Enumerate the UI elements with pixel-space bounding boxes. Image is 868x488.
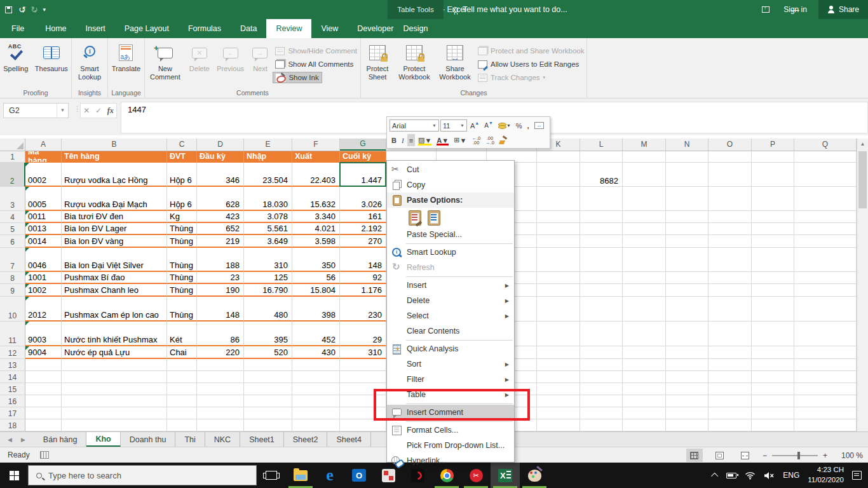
menu-item-table[interactable]: Table▶ <box>387 387 514 402</box>
decrease-decimal-icon[interactable]: .00→.0 <box>484 134 496 146</box>
cell-C17[interactable] <box>167 407 197 419</box>
cell-G13[interactable] <box>340 359 386 371</box>
page-layout-view-button[interactable] <box>712 449 728 462</box>
show-all-comments-button[interactable]: Show All Comments <box>273 58 360 70</box>
cell-M16[interactable] <box>623 395 666 407</box>
cell-Q9[interactable] <box>794 284 857 297</box>
normal-view-button[interactable] <box>686 449 703 462</box>
cell-E16[interactable] <box>244 395 292 407</box>
sheet-tab-b-n-h-ng[interactable]: Bán hàng <box>34 432 87 447</box>
row-header-15[interactable]: 15 <box>0 383 25 395</box>
protect-sheet-button[interactable]: Protect Sheet <box>361 40 394 81</box>
cell-Q11[interactable] <box>794 322 857 346</box>
row-header-9[interactable]: 9 <box>0 284 25 297</box>
share-button[interactable]: Share <box>818 0 868 19</box>
decrease-font-icon[interactable]: A▼ <box>482 119 495 132</box>
cell-B12[interactable]: Nước ép quả Lựu <box>62 346 167 359</box>
cell-D5[interactable]: 652 <box>197 223 244 235</box>
cell-M11[interactable] <box>623 322 666 346</box>
column-header-C[interactable]: C <box>167 139 197 151</box>
cell-O2[interactable] <box>709 163 752 187</box>
cell-C1[interactable]: ĐVT <box>167 151 197 163</box>
cell-P3[interactable] <box>752 187 794 211</box>
cell-K8[interactable] <box>537 272 580 284</box>
protect-workbook-button[interactable]: Protect Workbook <box>394 40 435 81</box>
sheet-tab-nkc[interactable]: NKC <box>205 432 240 447</box>
menu-item-clear-contents[interactable]: Clear Contents <box>387 323 514 339</box>
menu-item-refresh[interactable]: Refresh <box>387 260 514 275</box>
column-header-P[interactable]: P <box>752 139 794 151</box>
tab-review[interactable]: Review <box>266 19 311 38</box>
cell-F16[interactable] <box>292 395 340 407</box>
cell-O14[interactable] <box>709 371 752 383</box>
cell-L1[interactable] <box>580 151 623 163</box>
accounting-format-icon[interactable]: ▼ <box>496 119 513 132</box>
cell-E14[interactable] <box>244 371 292 383</box>
name-box-dropdown-icon[interactable]: ▼ <box>57 104 68 118</box>
cell-K15[interactable] <box>537 383 580 395</box>
smart-lookup-button[interactable]: Smart Lookup <box>72 40 107 81</box>
cell-E3[interactable]: 18.030 <box>244 187 292 211</box>
cell-N9[interactable] <box>666 284 709 297</box>
cell-L15[interactable] <box>580 383 623 395</box>
cell-A6[interactable]: 0014 <box>25 235 62 248</box>
cell-N3[interactable] <box>666 187 709 211</box>
cell-G15[interactable] <box>340 383 386 395</box>
cell-F12[interactable]: 430 <box>292 346 340 359</box>
cell-K7[interactable] <box>537 248 580 272</box>
cell-E15[interactable] <box>244 383 292 395</box>
cell-Q2[interactable] <box>794 163 857 187</box>
cell-M3[interactable] <box>623 187 666 211</box>
sheet-tab-kho[interactable]: Kho <box>86 432 120 447</box>
cell-Q6[interactable] <box>794 235 857 248</box>
cell-A8[interactable]: 1001 <box>25 272 62 284</box>
zoom-in-icon[interactable]: + <box>823 451 827 460</box>
cell-A4[interactable]: 0011 <box>25 211 62 223</box>
cell-D16[interactable] <box>197 395 244 407</box>
track-changes-button[interactable]: Track Changes ▾ <box>475 72 586 83</box>
cell-P9[interactable] <box>752 284 794 297</box>
cell-A1[interactable]: Mã hàng <box>25 151 62 163</box>
row-header-8[interactable]: 8 <box>0 272 25 284</box>
cell-K6[interactable] <box>537 235 580 248</box>
cell-F2[interactable]: 22.403 <box>292 163 340 187</box>
cell-D15[interactable] <box>197 383 244 395</box>
cell-B15[interactable] <box>62 383 167 395</box>
cell-B1[interactable]: Tên hàng <box>62 151 167 163</box>
cell-G5[interactable]: 2.192 <box>340 223 386 235</box>
cell-N4[interactable] <box>666 211 709 223</box>
cell-P15[interactable] <box>752 383 794 395</box>
sheet-tab-thi[interactable]: Thi <box>175 432 205 447</box>
cell-Q5[interactable] <box>794 223 857 235</box>
taskbar-paint-icon[interactable] <box>520 463 549 488</box>
cell-O11[interactable] <box>709 322 752 346</box>
vertical-scrollbar[interactable]: ▲ <box>857 139 868 431</box>
cell-O1[interactable] <box>709 151 752 163</box>
column-header-E[interactable]: E <box>244 139 292 151</box>
cell-N18[interactable] <box>666 419 709 431</box>
cell-C6[interactable]: Thùng <box>167 235 197 248</box>
cell-M9[interactable] <box>623 284 666 297</box>
row-header-13[interactable]: 13 <box>0 359 25 371</box>
cell-E10[interactable]: 480 <box>244 297 292 322</box>
paste-keep-formatting-icon[interactable] <box>407 210 422 225</box>
cell-F15[interactable] <box>292 383 340 395</box>
sheet-tab-sheet1[interactable]: Sheet1 <box>240 432 284 447</box>
cell-D12[interactable]: 220 <box>197 346 244 359</box>
cell-E5[interactable]: 5.561 <box>244 223 292 235</box>
share-workbook-button[interactable]: ↔ Share Workbook <box>435 40 475 81</box>
cell-Q17[interactable] <box>794 407 857 419</box>
cell-L18[interactable] <box>580 419 623 431</box>
cell-P18[interactable] <box>752 419 794 431</box>
cell-E1[interactable]: Nhập <box>244 151 292 163</box>
cell-F9[interactable]: 15.804 <box>292 284 340 297</box>
spelling-button[interactable]: Spelling <box>3 40 28 73</box>
cell-G16[interactable] <box>340 395 386 407</box>
cell-O3[interactable] <box>709 187 752 211</box>
name-box[interactable]: G2 ▼ <box>3 103 69 118</box>
cell-G1[interactable]: Cuối kỳ <box>340 151 386 163</box>
cell-O16[interactable] <box>709 395 752 407</box>
action-center-icon[interactable] <box>852 471 862 480</box>
cell-N15[interactable] <box>666 383 709 395</box>
cell-P16[interactable] <box>752 395 794 407</box>
